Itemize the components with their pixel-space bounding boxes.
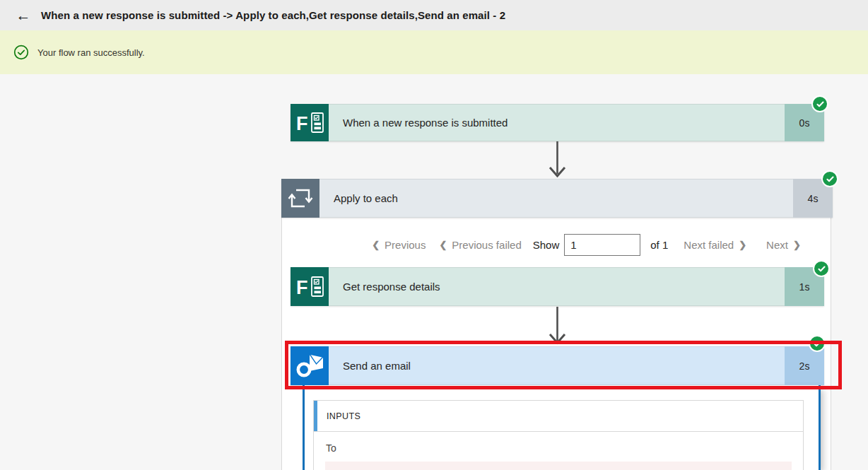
get-response-details-card[interactable]: F Get response details 1s [291, 267, 824, 306]
outlook-icon [291, 346, 329, 385]
chevron-left-icon: ❮ [372, 240, 380, 250]
inputs-header-row: INPUTS [314, 401, 803, 432]
apply-to-each-label: Apply to each [319, 179, 793, 218]
forms-icon: F [291, 267, 329, 306]
iteration-pagination: ❮ Previous ❮ Previous failed Show of 1 N… [281, 232, 831, 257]
inputs-accent-bar [314, 401, 317, 431]
trigger-success-badge-icon [811, 95, 828, 112]
svg-text:F: F [296, 277, 308, 298]
chevron-right-icon: ❯ [739, 240, 746, 250]
show-label: Show [533, 239, 560, 251]
forms-icon: F [291, 104, 329, 141]
chevron-left-icon: ❮ [439, 240, 447, 250]
send-an-email-duration: 2s [785, 346, 824, 385]
chevron-right-icon: ❯ [793, 240, 801, 250]
send-email-success-badge-icon [809, 335, 826, 352]
connector-arrow-down-icon [549, 307, 566, 348]
success-check-icon [13, 45, 29, 60]
loop-icon [281, 179, 319, 218]
previous-failed-button[interactable]: ❮ Previous failed [439, 239, 521, 251]
connector-arrow-down-icon [549, 141, 566, 181]
send-an-email-card[interactable]: Send an email 2s [291, 346, 824, 385]
get-response-details-label: Get response details [329, 267, 785, 306]
trigger-card-when-new-response[interactable]: F When a new response is submitted 0s [291, 104, 824, 141]
send-email-details-panel: INPUTS To [303, 385, 821, 470]
trigger-card-label: When a new response is submitted [329, 104, 785, 141]
success-banner: Your flow ran successfully. [0, 30, 868, 74]
iteration-number-input[interactable] [564, 234, 640, 256]
previous-button[interactable]: ❮ Previous [372, 239, 426, 251]
app-header: ← When a new response is submitted -> Ap… [0, 0, 868, 30]
run-title: When a new response is submitted -> Appl… [41, 9, 505, 21]
to-field-value[interactable] [325, 462, 792, 470]
next-failed-button[interactable]: Next failed ❯ [684, 239, 746, 251]
next-button[interactable]: Next ❯ [766, 239, 801, 251]
of-total-label: of 1 [650, 239, 668, 251]
to-field-label: To [314, 432, 803, 454]
inputs-section: INPUTS To [313, 400, 804, 470]
banner-message: Your flow ran successfully. [37, 47, 145, 58]
send-an-email-label: Send an email [329, 346, 785, 385]
apply-to-each-success-badge-icon [821, 170, 838, 187]
inputs-title: INPUTS [314, 411, 360, 421]
flow-run-page: ← When a new response is submitted -> Ap… [0, 0, 868, 470]
get-response-success-badge-icon [813, 260, 830, 277]
back-arrow-icon[interactable]: ← [11, 4, 35, 28]
svg-text:F: F [296, 113, 308, 134]
apply-to-each-card[interactable]: Apply to each 4s [281, 179, 833, 218]
